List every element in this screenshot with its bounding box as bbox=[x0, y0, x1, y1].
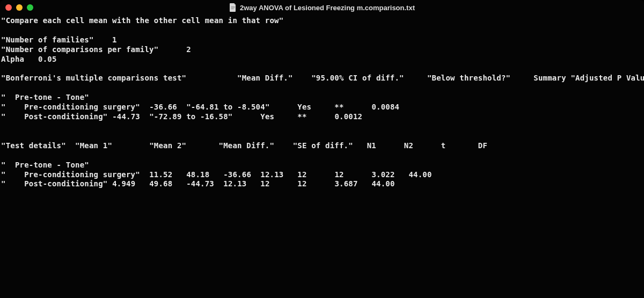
document-icon bbox=[229, 3, 237, 12]
window-title: 2way ANOVA of Lesioned Freezing m.compar… bbox=[240, 4, 415, 12]
svg-rect-2 bbox=[231, 9, 233, 9]
details-group-line: " Pre-tone - Tone" bbox=[1, 161, 89, 169]
text-line: Alpha 0.05 bbox=[1, 55, 57, 63]
bonf-row: " Pre-conditioning surgery" -36.66 "-64.… bbox=[1, 103, 399, 111]
text-line: "Number of families" 1 bbox=[1, 35, 117, 44]
window: 2way ANOVA of Lesioned Freezing m.compar… bbox=[0, 0, 644, 298]
bonf-header-line: "Bonferroni's multiple comparisons test"… bbox=[1, 74, 644, 82]
traffic-lights bbox=[5, 4, 33, 11]
details-row: " Pre-conditioning surgery" 11.52 48.18 … bbox=[1, 170, 432, 179]
svg-rect-1 bbox=[231, 8, 235, 8]
details-row: " Post-conditioning" 4.949 49.68 -44.73 … bbox=[1, 179, 395, 188]
details-header-line: "Test details" "Mean 1" "Mean 2" "Mean D… bbox=[1, 141, 487, 150]
zoom-icon[interactable] bbox=[27, 4, 33, 11]
title-wrap: 2way ANOVA of Lesioned Freezing m.compar… bbox=[0, 3, 644, 12]
bonf-row: " Post-conditioning" -44.73 "-72.89 to -… bbox=[1, 112, 362, 121]
svg-rect-0 bbox=[231, 6, 235, 7]
text-line: "Compare each cell mean with the other c… bbox=[1, 16, 283, 25]
file-content: "Compare each cell mean with the other c… bbox=[0, 15, 644, 189]
titlebar: 2way ANOVA of Lesioned Freezing m.compar… bbox=[0, 0, 644, 15]
close-icon[interactable] bbox=[5, 4, 12, 11]
text-line: "Number of comparisons per family" 2 bbox=[1, 45, 191, 54]
minimize-icon[interactable] bbox=[16, 4, 23, 11]
bonf-group-line: " Pre-tone - Tone" bbox=[1, 93, 89, 101]
